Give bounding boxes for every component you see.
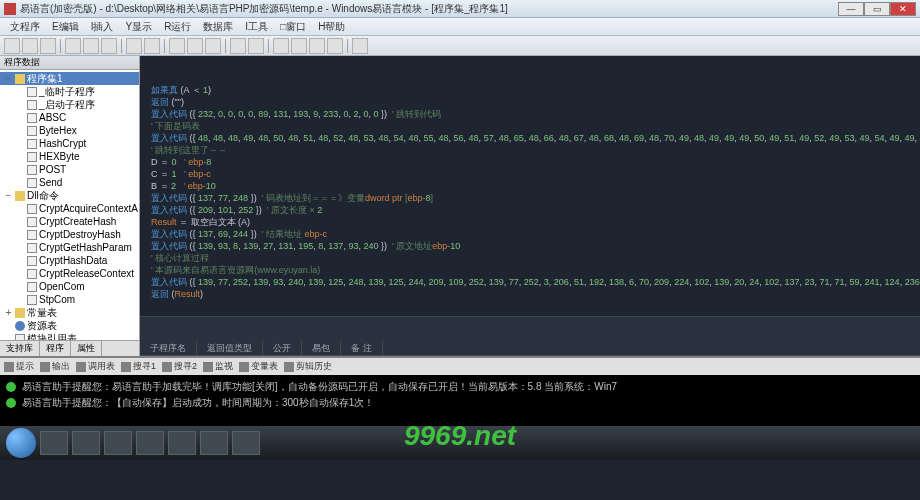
code-line: 置入代码 ({ 137, 69, 244 }) ' 结果地址 ebp-c <box>146 228 914 240</box>
code-line: ' 本源码来自易语言资源网(www.eyuyan.la) <box>146 264 914 276</box>
tree-node[interactable]: _启动子程序 <box>0 98 139 111</box>
maximize-button[interactable]: ▭ <box>864 2 890 16</box>
start-button[interactable] <box>6 428 36 458</box>
tree-node[interactable]: −程序集1 <box>0 72 139 85</box>
code-line: 置入代码 ({ 209, 101, 252 }) ' 原文长度 × 2 <box>146 204 914 216</box>
titlebar: 易语言(加密壳版) - d:\Desktop\网络相关\易语言PHP加密源码\t… <box>0 0 920 18</box>
task-item[interactable] <box>168 431 196 455</box>
window-title: 易语言(加密壳版) - d:\Desktop\网络相关\易语言PHP加密源码\t… <box>20 2 838 16</box>
code-line: ' 跳转到这里了～～ <box>146 144 914 156</box>
code-editor[interactable]: 如果真 (A ＜ 1) 返回 ("") 置入代码 ({ 232, 0, 0, 0… <box>140 56 920 356</box>
copy-icon[interactable] <box>83 38 99 54</box>
tree-node[interactable]: POST <box>0 163 139 176</box>
tree-node[interactable]: CryptGetHashParam <box>0 241 139 254</box>
menu-item[interactable]: I插入 <box>85 20 120 34</box>
output-tab[interactable]: 提示 <box>4 360 34 373</box>
menu-item[interactable]: E编辑 <box>46 20 85 34</box>
code-line: 置入代码 ({ 139, 93, 8, 139, 27, 131, 195, 8… <box>146 240 914 252</box>
tree-node[interactable]: HEXByte <box>0 150 139 163</box>
tree-node[interactable]: CryptReleaseContext <box>0 267 139 280</box>
code-line: 置入代码 ({ 137, 77, 248 }) ' 码表地址到＝＝＝》变量dwo… <box>146 192 914 204</box>
output-tab[interactable]: 输出 <box>40 360 70 373</box>
tree-node[interactable]: 模块引用表 <box>0 332 139 340</box>
tree-node[interactable]: −Dll命令 <box>0 189 139 202</box>
tree-node[interactable]: +常量表 <box>0 306 139 319</box>
code-line: 置入代码 ({ 232, 0, 0, 0, 0, 89, 131, 193, 9… <box>146 108 914 120</box>
task-item[interactable] <box>104 431 132 455</box>
task-item[interactable] <box>72 431 100 455</box>
task-item[interactable] <box>200 431 228 455</box>
grid-header: 易包 <box>302 341 341 355</box>
paste-icon[interactable] <box>101 38 117 54</box>
tree-node[interactable]: CryptDestroyHash <box>0 228 139 241</box>
help-icon[interactable] <box>352 38 368 54</box>
code-line: 返回 ("") <box>146 96 914 108</box>
debug-icon[interactable] <box>205 38 221 54</box>
sidebar-tab[interactable]: 属性 <box>71 341 102 356</box>
output-tab[interactable]: 变量表 <box>239 360 278 373</box>
menu-item[interactable]: I工具 <box>239 20 274 34</box>
minimize-button[interactable]: — <box>838 2 864 16</box>
tool-icon[interactable] <box>309 38 325 54</box>
code-line: 置入代码 ({ 48, 48, 48, 49, 48, 50, 48, 51, … <box>146 132 914 144</box>
tree-node[interactable]: OpenCom <box>0 280 139 293</box>
tree-node[interactable]: 资源表 <box>0 319 139 332</box>
output-tab[interactable]: 监视 <box>203 360 233 373</box>
output-tab[interactable]: 调用表 <box>76 360 115 373</box>
output-tab[interactable]: 剪辑历史 <box>284 360 332 373</box>
menu-item[interactable]: □窗口 <box>274 20 312 34</box>
sidebar-tab[interactable]: 程序 <box>40 341 71 356</box>
save-icon[interactable] <box>40 38 56 54</box>
app-icon <box>4 3 16 15</box>
find-icon[interactable] <box>230 38 246 54</box>
replace-icon[interactable] <box>248 38 264 54</box>
tree-node[interactable]: CryptCreateHash <box>0 215 139 228</box>
tree-node[interactable]: CryptHashData <box>0 254 139 267</box>
tree-header: 程序数据 <box>0 56 139 70</box>
code-line: B ＝ 2 ' ebp-10 <box>146 180 914 192</box>
tree-node[interactable]: Send <box>0 176 139 189</box>
undo-icon[interactable] <box>126 38 142 54</box>
output-panel: 提示输出调用表搜寻1搜寻2监视变量表剪辑历史 易语言助手提醒您：易语言助手加载完… <box>0 356 920 426</box>
output-line: 易语言助手提醒您：易语言助手加载完毕！调库功能[关闭]，自动备份源码已开启，自动… <box>6 379 914 395</box>
tree-node[interactable]: ABSC <box>0 111 139 124</box>
tree-node[interactable]: ByteHex <box>0 124 139 137</box>
subprogram-grid[interactable]: 子程序名返回值类型公开易包备 注 ByteHex字节集✓ <box>140 316 920 356</box>
redo-icon[interactable] <box>144 38 160 54</box>
code-line: ' 核心计算过程 <box>146 252 914 264</box>
code-line: C ＝ 1 ' ebp-c <box>146 168 914 180</box>
sidebar-tab[interactable]: 支持库 <box>0 341 40 356</box>
grid-header: 子程序名 <box>140 341 197 355</box>
menu-item[interactable]: R运行 <box>158 20 197 34</box>
tree-node[interactable]: StpCom <box>0 293 139 306</box>
run-icon[interactable] <box>169 38 185 54</box>
tree-node[interactable]: HashCrypt <box>0 137 139 150</box>
menu-item[interactable]: H帮助 <box>312 20 351 34</box>
output-tab[interactable]: 搜寻1 <box>121 360 156 373</box>
grid-icon[interactable] <box>273 38 289 54</box>
new-icon[interactable] <box>4 38 20 54</box>
menu-item[interactable]: 文程序 <box>4 20 46 34</box>
task-item[interactable] <box>232 431 260 455</box>
sidebar: 程序数据 −程序集1 _临时子程序 _启动子程序 ABSC ByteHex Ha… <box>0 56 140 356</box>
task-item[interactable] <box>136 431 164 455</box>
menu-item[interactable]: Y显示 <box>119 20 158 34</box>
stop-icon[interactable] <box>187 38 203 54</box>
project-tree[interactable]: −程序集1 _临时子程序 _启动子程序 ABSC ByteHex HashCry… <box>0 70 139 340</box>
code-line: 返回 (Result) <box>146 288 914 300</box>
output-tab[interactable]: 搜寻2 <box>162 360 197 373</box>
tree-node[interactable]: CryptAcquireContextA <box>0 202 139 215</box>
task-item[interactable] <box>40 431 68 455</box>
open-icon[interactable] <box>22 38 38 54</box>
grid-header: 返回值类型 <box>197 341 263 355</box>
ruler-icon[interactable] <box>291 38 307 54</box>
code-line: 如果真 (A ＜ 1) <box>146 84 914 96</box>
tool2-icon[interactable] <box>327 38 343 54</box>
toolbar <box>0 36 920 56</box>
menu-item[interactable]: 数据库 <box>197 20 239 34</box>
cut-icon[interactable] <box>65 38 81 54</box>
tree-node[interactable]: _临时子程序 <box>0 85 139 98</box>
close-button[interactable]: ✕ <box>890 2 916 16</box>
code-line: D ＝ 0 ' ebp-8 <box>146 156 914 168</box>
taskbar <box>0 426 920 460</box>
